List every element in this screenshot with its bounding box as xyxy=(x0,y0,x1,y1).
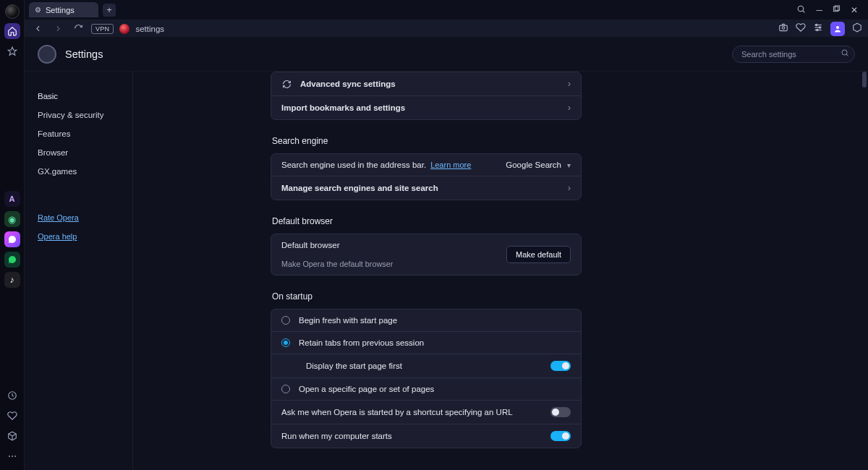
ask-shortcut-row: Ask me when Opera is started by a shortc… xyxy=(271,400,581,424)
sync-panel: Advanced sync settings › Import bookmark… xyxy=(271,72,582,120)
toolbar-search-icon[interactable] xyxy=(796,4,806,16)
svg-point-17 xyxy=(836,26,839,29)
make-default-button[interactable]: Make default xyxy=(506,246,571,263)
opera-help-link[interactable]: Opera help xyxy=(38,232,119,241)
activity-bar: A ◉ ♪ xyxy=(0,0,25,470)
chevron-right-icon: › xyxy=(568,79,571,89)
ask-shortcut-label: Ask me when Opera is started by a shortc… xyxy=(281,408,513,416)
search-engine-label: Search engine used in the address bar. xyxy=(281,161,426,169)
chevron-right-icon: › xyxy=(568,183,571,193)
address-url[interactable]: settings xyxy=(135,25,164,33)
advanced-sync-row[interactable]: Advanced sync settings › xyxy=(271,72,581,95)
snapshot-icon[interactable] xyxy=(778,22,788,35)
display-start-page-toggle[interactable] xyxy=(550,361,571,371)
tab-label: Settings xyxy=(46,6,75,14)
svg-point-18 xyxy=(842,50,847,55)
sidebar-tiktok-icon[interactable]: ♪ xyxy=(4,272,20,288)
on-startup-title: On startup xyxy=(272,291,582,302)
svg-marker-0 xyxy=(8,47,17,55)
tab-strip: ⚙ Settings + ─ ✕ xyxy=(25,0,868,20)
nav-privacy[interactable]: Privacy & security xyxy=(38,111,119,119)
rate-opera-link[interactable]: Rate Opera xyxy=(38,213,119,222)
ask-shortcut-toggle[interactable] xyxy=(550,407,571,417)
cube-icon[interactable] xyxy=(4,428,20,444)
nav-forward-button[interactable] xyxy=(51,22,65,36)
svg-point-3 xyxy=(12,456,13,457)
startup-opt-2-label: Open a specific page or set of pages xyxy=(299,385,434,393)
scrollbar-track xyxy=(859,72,868,470)
heart-icon[interactable] xyxy=(4,408,20,424)
sync-icon xyxy=(281,80,292,89)
run-on-boot-label: Run when my computer starts xyxy=(281,432,392,440)
history-icon[interactable] xyxy=(4,388,20,403)
manage-engines-row[interactable]: Manage search engines and site search › xyxy=(271,176,581,200)
page-title: Settings xyxy=(65,48,103,60)
manage-engines-label: Manage search engines and site search xyxy=(281,184,438,192)
easy-setup-icon[interactable] xyxy=(813,22,823,35)
radio-unchecked-icon xyxy=(281,385,290,393)
run-on-boot-toggle[interactable] xyxy=(550,431,571,441)
startup-option-retain[interactable]: Retain tabs from previous session xyxy=(271,331,581,354)
opera-settings-logo-icon xyxy=(38,45,56,64)
learn-more-link[interactable]: Learn more xyxy=(430,161,471,169)
default-browser-row-title: Default browser xyxy=(281,241,340,249)
svg-point-14 xyxy=(816,24,817,25)
svg-point-4 xyxy=(14,456,16,457)
run-on-boot-row: Run when my computer starts xyxy=(271,424,581,448)
settings-nav: Basic Privacy & security Features Browse… xyxy=(25,72,133,470)
radio-unchecked-icon xyxy=(281,316,290,325)
startup-option-fresh[interactable]: Begin fresh with start page xyxy=(271,309,581,331)
gear-icon: ⚙ xyxy=(35,6,41,14)
svg-point-2 xyxy=(8,456,9,457)
svg-rect-9 xyxy=(780,25,788,31)
svg-point-10 xyxy=(782,27,785,30)
page-header: Settings xyxy=(25,38,868,72)
nav-back-button[interactable] xyxy=(30,22,45,36)
nav-reload-button[interactable] xyxy=(71,22,85,36)
scrollbar-thumb[interactable] xyxy=(862,72,867,87)
search-icon xyxy=(841,48,849,59)
window-minimize-icon[interactable]: ─ xyxy=(816,5,822,15)
address-toolbar: VPN settings xyxy=(25,20,868,38)
profile-avatar-icon[interactable] xyxy=(830,22,845,36)
startup-opt-1-label: Retain tabs from previous session xyxy=(299,338,424,347)
startup-option-specific[interactable]: Open a specific page or set of pages xyxy=(271,377,581,400)
sidebar-app-green-icon[interactable]: ◉ xyxy=(4,211,20,227)
vpn-badge[interactable]: VPN xyxy=(91,24,114,34)
search-engine-value: Google Search xyxy=(506,161,561,169)
nav-gxgames[interactable]: GX.games xyxy=(38,167,119,176)
svg-point-15 xyxy=(819,27,820,28)
sidebar-messenger-icon[interactable] xyxy=(4,231,20,247)
search-engine-select[interactable]: Google Search ▾ xyxy=(506,161,571,169)
opera-logo-icon[interactable] xyxy=(5,4,20,19)
search-engine-panel: Search engine used in the address bar. L… xyxy=(271,153,582,200)
import-bookmarks-label: Import bookmarks and settings xyxy=(281,103,405,112)
svg-line-19 xyxy=(846,54,848,56)
address-opera-icon xyxy=(119,24,129,34)
heart-outline-icon[interactable] xyxy=(796,22,806,35)
svg-point-5 xyxy=(799,6,804,12)
home-icon[interactable] xyxy=(4,23,20,39)
search-engine-title: Search engine xyxy=(272,136,582,146)
settings-content[interactable]: Advanced sync settings › Import bookmark… xyxy=(133,72,868,470)
window-maximize-icon[interactable] xyxy=(833,5,841,15)
nav-browser[interactable]: Browser xyxy=(38,148,119,157)
sidebar-whatsapp-icon[interactable] xyxy=(4,252,20,268)
svg-point-16 xyxy=(817,29,818,30)
settings-search-input[interactable] xyxy=(732,46,855,63)
display-start-page-label: Display the start page first xyxy=(306,362,402,370)
tab-settings[interactable]: ⚙ Settings xyxy=(29,2,98,17)
sidebar-app-aria-icon[interactable]: A xyxy=(4,191,20,207)
default-browser-title: Default browser xyxy=(272,216,582,226)
default-browser-row-sub: Make Opera the default browser xyxy=(281,260,393,268)
window-close-icon[interactable]: ✕ xyxy=(851,5,858,15)
star-outline-icon[interactable] xyxy=(4,43,20,59)
more-icon[interactable] xyxy=(4,448,20,464)
new-tab-button[interactable]: + xyxy=(103,4,116,17)
nav-basic[interactable]: Basic xyxy=(38,92,119,101)
extensions-icon[interactable] xyxy=(852,22,862,35)
display-start-page-row: Display the start page first xyxy=(271,354,581,377)
nav-features[interactable]: Features xyxy=(38,129,119,138)
import-bookmarks-row[interactable]: Import bookmarks and settings › xyxy=(271,95,581,119)
default-browser-panel: Default browser Make Opera the default b… xyxy=(271,234,582,275)
